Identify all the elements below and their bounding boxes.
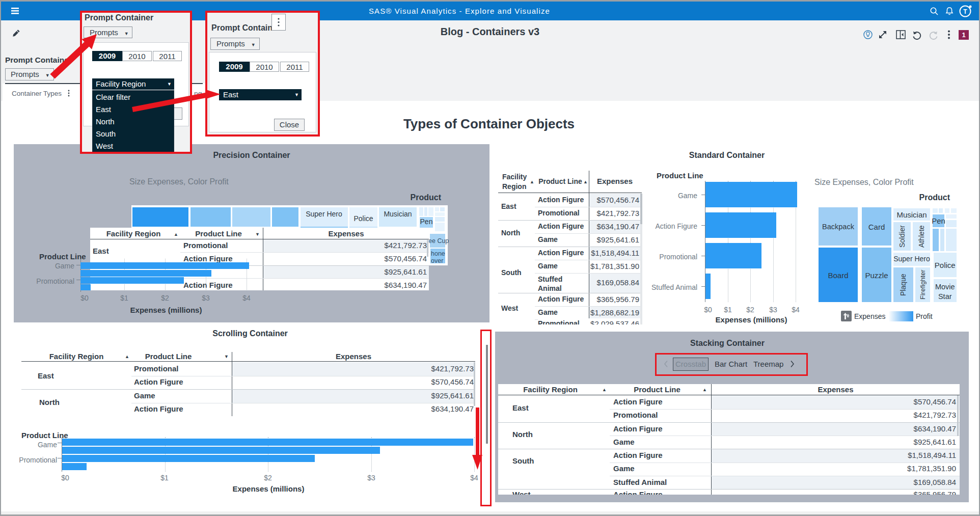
svg-text:T: T bbox=[963, 8, 967, 15]
